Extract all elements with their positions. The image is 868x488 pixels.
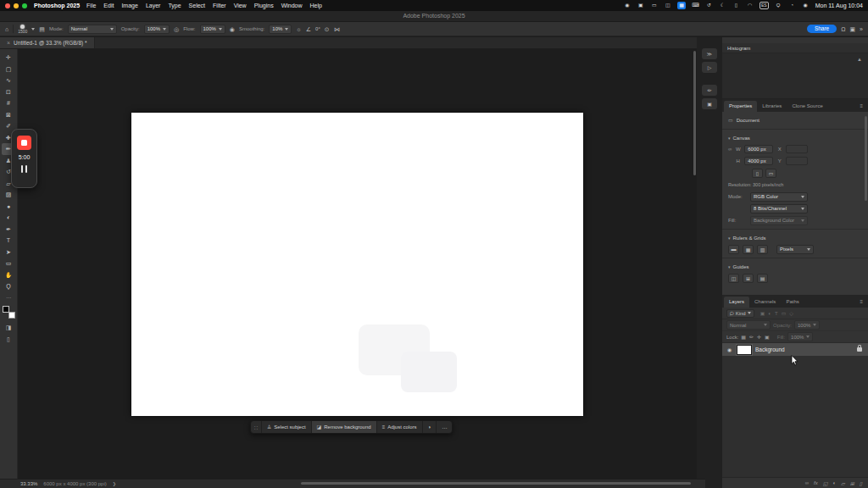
- brush-preset-picker[interactable]: 1500: [18, 25, 27, 34]
- battery-icon[interactable]: ▯: [732, 2, 740, 9]
- units-select[interactable]: Pixels: [776, 245, 814, 254]
- quick-mask-icon[interactable]: ◨: [6, 324, 12, 330]
- screen-mode-icon[interactable]: ▯: [7, 336, 10, 342]
- lock-transparency-icon[interactable]: ▦: [741, 335, 746, 340]
- brush-angle-icon[interactable]: ∠: [306, 26, 311, 32]
- zoom-tool[interactable]: Ϙ: [2, 280, 16, 292]
- canvas-height-field[interactable]: 4000 px: [744, 157, 773, 165]
- control-center-icon[interactable]: ◔: [788, 2, 796, 9]
- document-canvas[interactable]: [131, 113, 583, 416]
- layer-effects-icon[interactable]: fx: [814, 480, 818, 485]
- brush-picker-caret-icon[interactable]: [31, 28, 35, 30]
- canvas-width-field[interactable]: 6000 px: [744, 145, 773, 153]
- menu-item[interactable]: Select: [189, 3, 205, 8]
- hand-tool[interactable]: ✋: [2, 269, 16, 281]
- histogram-refresh-warning-icon[interactable]: ▲: [857, 57, 862, 62]
- layer-filter-select[interactable]: Ϙ Kind: [726, 309, 754, 318]
- smoothing-select[interactable]: 10%: [269, 25, 292, 34]
- symmetry-icon[interactable]: ⋈: [334, 26, 340, 32]
- app-menu-title[interactable]: Photoshop 2025: [34, 3, 80, 8]
- layer-opacity-select[interactable]: 100%: [794, 320, 820, 330]
- share-button[interactable]: Share: [807, 25, 837, 34]
- link-layers-icon[interactable]: ∞: [805, 480, 809, 485]
- portrait-orientation-icon[interactable]: ▯: [752, 169, 763, 178]
- spotlight-icon[interactable]: Ϙ: [775, 2, 782, 9]
- status-options-chevron-icon[interactable]: ❯: [113, 481, 116, 486]
- select-subject-button[interactable]: ♙ Select subject: [261, 421, 311, 433]
- layer-lock-icon[interactable]: [857, 347, 862, 352]
- menu-item[interactable]: View: [234, 3, 247, 8]
- airbrush-icon[interactable]: ◉: [230, 26, 235, 32]
- menu-item[interactable]: Edit: [103, 3, 114, 8]
- layer-blend-mode-select[interactable]: Normal: [726, 320, 771, 330]
- delete-layer-icon[interactable]: ▯: [860, 480, 862, 486]
- link-dimensions-icon[interactable]: ∞: [728, 147, 732, 152]
- adjust-colors-button[interactable]: ≡ Adjust colors: [376, 421, 422, 433]
- lasso-tool[interactable]: ∿: [2, 75, 16, 86]
- zoom-window-button[interactable]: [22, 3, 27, 8]
- rulers-grids-section-header[interactable]: ▾ Rulers & Grids: [728, 233, 862, 242]
- toggle-brush-panel-icon[interactable]: ▤: [39, 26, 45, 32]
- menu-item[interactable]: Window: [281, 3, 303, 8]
- canvas-x-field[interactable]: [786, 145, 808, 153]
- filter-adjustment-layers-icon[interactable]: ◐: [768, 311, 771, 316]
- gradient-tool[interactable]: ▨: [2, 189, 16, 201]
- blur-tool[interactable]: ●: [2, 201, 16, 213]
- close-window-button[interactable]: [5, 3, 10, 8]
- menu-item[interactable]: Help: [310, 3, 322, 8]
- menu-item[interactable]: Type: [168, 3, 181, 8]
- siri-icon[interactable]: ◉: [802, 2, 810, 9]
- edit-toolbar-ellipsis-icon[interactable]: ⋯: [6, 294, 11, 300]
- clone-source-panel-icon[interactable]: ▣: [702, 98, 717, 109]
- task-bar-more-icon[interactable]: ⋯: [436, 421, 452, 433]
- type-tool[interactable]: T: [2, 235, 16, 247]
- home-icon[interactable]: ⌂: [5, 26, 8, 32]
- rectangular-marquee-tool[interactable]: ▢: [2, 64, 16, 75]
- brush-angle-value[interactable]: 0°: [315, 26, 320, 31]
- pressure-size-icon[interactable]: ⊙: [325, 26, 330, 32]
- histogram-panel-header[interactable]: Histogram: [722, 43, 868, 53]
- pause-recording-button[interactable]: [21, 165, 28, 173]
- landscape-orientation-icon[interactable]: ▭: [765, 169, 776, 178]
- new-layer-icon[interactable]: ⊞: [850, 480, 854, 486]
- tab-channels[interactable]: Channels: [749, 297, 781, 308]
- layers-list-empty-area[interactable]: [722, 356, 868, 477]
- object-selection-tool[interactable]: ⊡: [2, 86, 16, 98]
- rectangle-tool[interactable]: ▭: [2, 258, 16, 269]
- foreground-color-swatch[interactable]: [3, 306, 9, 313]
- properties-panel-menu-icon[interactable]: ≡: [856, 101, 866, 112]
- toggle-rulers-icon[interactable]: ▬: [728, 245, 739, 254]
- menu-item[interactable]: Image: [121, 3, 137, 8]
- canvas-vertical-scrollbar[interactable]: [693, 51, 696, 175]
- new-guide-layout-icon[interactable]: ◫: [728, 274, 739, 283]
- menu-item[interactable]: File: [86, 3, 96, 8]
- dodge-tool[interactable]: ◐: [2, 212, 16, 224]
- add-layer-mask-icon[interactable]: ◱: [823, 480, 828, 486]
- minimize-window-button[interactable]: [14, 3, 19, 8]
- keyboard-status-icon[interactable]: ⌨: [692, 2, 699, 9]
- history-panel-icon[interactable]: ▷: [702, 62, 717, 73]
- lock-pixels-icon[interactable]: ✏: [749, 335, 754, 340]
- collapse-options-chevron-icon[interactable]: »: [860, 26, 863, 32]
- crop-tool[interactable]: #: [2, 97, 16, 109]
- stop-recording-button[interactable]: [17, 136, 31, 150]
- filter-shape-layers-icon[interactable]: ▭: [782, 311, 787, 316]
- adjustment-layer-icon[interactable]: ◐: [832, 480, 836, 485]
- notifications-bell-icon[interactable]: Ω: [841, 26, 845, 32]
- display-status-icon[interactable]: ▭: [650, 2, 658, 9]
- clear-guides-icon[interactable]: ▤: [757, 274, 768, 283]
- layers-panel-menu-icon[interactable]: ≡: [856, 297, 866, 308]
- remove-background-button[interactable]: ◪ Remove background: [311, 421, 376, 433]
- background-color-swatch[interactable]: [8, 312, 15, 319]
- frame-tool[interactable]: ⊠: [2, 109, 16, 121]
- tab-paths[interactable]: Paths: [781, 297, 804, 308]
- lock-all-icon[interactable]: ▣: [765, 335, 770, 340]
- move-tool[interactable]: ✛: [2, 52, 16, 64]
- properties-scrollbar[interactable]: [865, 116, 867, 201]
- bit-depth-select[interactable]: 8 Bits/Channel: [750, 204, 808, 214]
- document-tab[interactable]: × Untitled-1 @ 33.3% (RGB/8) *: [0, 37, 95, 48]
- tab-properties[interactable]: Properties: [724, 101, 757, 112]
- tab-layers[interactable]: Layers: [724, 297, 749, 308]
- stage-manager-icon[interactable]: ◫: [664, 2, 671, 9]
- input-source-badge[interactable]: ES: [760, 2, 769, 9]
